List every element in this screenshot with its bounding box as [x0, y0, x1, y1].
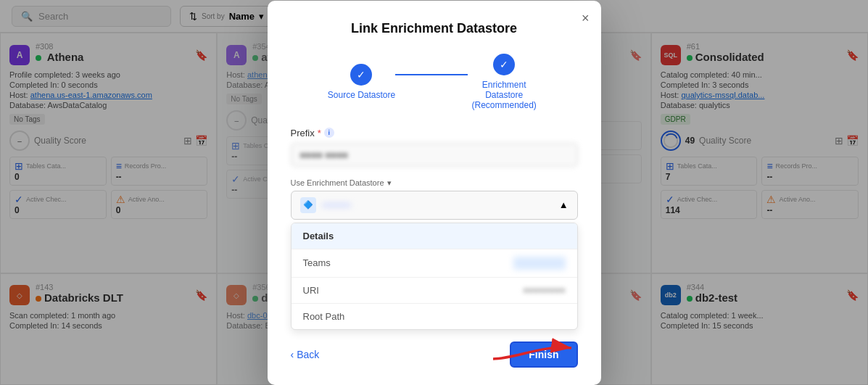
step2-circle: ✓ — [493, 54, 515, 75]
step2-label: Enrichment Datastore (Recommended) — [468, 80, 540, 110]
teams-value — [513, 257, 565, 270]
info-icon: i — [324, 128, 334, 138]
back-button[interactable]: ‹ Back — [291, 349, 320, 360]
modal-close-button[interactable]: × — [582, 11, 590, 26]
root-path-label: Root Path — [303, 311, 345, 322]
select-up-chevron: ▲ — [559, 199, 569, 210]
dropdown-panel: Details Teams URI ●●●●●●●● Root Path — [291, 223, 578, 330]
uri-label: URI — [303, 285, 319, 296]
modal-title: Link Enrichment Datastore — [291, 21, 578, 36]
steps-indicator: ✓ Source Datastore ✓ Enrichment Datastor… — [291, 54, 578, 110]
select-value: 🔷 — [300, 197, 351, 213]
link-enrichment-modal: × Link Enrichment Datastore ✓ Source Dat… — [268, 1, 601, 385]
select-icon: 🔷 — [300, 197, 316, 213]
back-chevron: ‹ — [291, 349, 294, 360]
select-chevron-label: ▾ — [387, 178, 392, 188]
required-marker: * — [318, 128, 321, 138]
step1-label: Source Datastore — [328, 90, 395, 100]
red-arrow-container — [486, 330, 580, 369]
dropdown-details-row: Details — [292, 223, 577, 249]
select-text — [322, 204, 351, 207]
prefix-label: Prefix * i — [291, 128, 578, 138]
dropdown-rootpath-row: Root Path — [292, 304, 577, 329]
dropdown-teams-row: Teams — [292, 249, 577, 278]
step-1: ✓ Source Datastore — [328, 64, 395, 100]
prefix-section: Prefix * i — [291, 128, 578, 167]
step-connector — [395, 74, 468, 75]
prefix-input[interactable] — [291, 143, 578, 167]
enrichment-select-label: Use Enrichment Datastore ▾ — [291, 178, 578, 188]
dropdown-uri-row: URI ●●●●●●●● — [292, 278, 577, 304]
enrichment-select-section: Use Enrichment Datastore ▾ 🔷 ▲ Details T… — [291, 178, 578, 330]
enrichment-select-box[interactable]: 🔷 ▲ — [291, 191, 578, 220]
details-label: Details — [303, 231, 334, 241]
red-arrow-svg — [486, 330, 580, 366]
step1-circle: ✓ — [350, 64, 372, 86]
teams-label: Teams — [303, 257, 331, 268]
uri-value: ●●●●●●●● — [524, 285, 566, 295]
step-2: ✓ Enrichment Datastore (Recommended) — [468, 54, 540, 110]
